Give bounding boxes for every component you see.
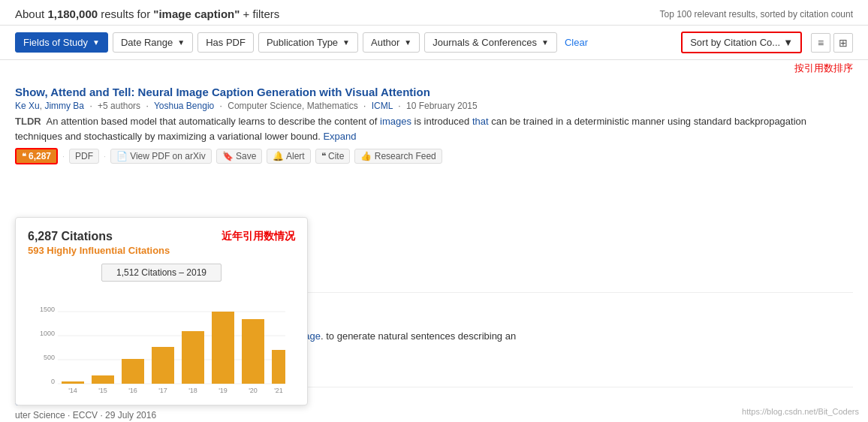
- svg-text:'18: '18: [188, 387, 197, 393]
- paper-3-meta: uter Science · ECCV · 29 July 2016: [15, 410, 853, 420]
- annotation-bar: 按引用数排序: [0, 60, 868, 78]
- paper-1-title-link[interactable]: Show, Attend and Tell: Neural Image Capt…: [15, 86, 430, 98]
- watermark: https://blog.csdn.net/Bit_Coders: [742, 407, 859, 416]
- publication-type-button[interactable]: Publication Type ▼: [258, 32, 358, 53]
- top-right-note: Top 100 relevant results, sorted by cita…: [660, 9, 853, 20]
- sort-by-citation-button[interactable]: Sort by Citation Co... ▼: [681, 32, 802, 53]
- citation-popup: 6,287 Citations 593 Highly Influential C…: [15, 217, 308, 405]
- svg-text:'20: '20: [249, 387, 258, 393]
- paper-1-actions: ❝ 6,287 · PDF · 📄 View PDF on arXiv 🔖 Sa…: [15, 148, 853, 164]
- list-view-icon[interactable]: ≡: [811, 33, 830, 53]
- expand-link-1[interactable]: Expand: [323, 131, 356, 142]
- svg-text:1000: 1000: [40, 330, 55, 337]
- svg-text:'14: '14: [68, 387, 77, 393]
- doc-icon: 📄: [116, 151, 128, 161]
- author-ke-xu[interactable]: Ke Xu: [15, 101, 40, 111]
- main-content: Show, Attend and Tell: Neural Image Capt…: [0, 78, 868, 422]
- svg-text:1500: 1500: [40, 306, 55, 313]
- fields-of-study-button[interactable]: Fields of Study ▼: [15, 32, 108, 53]
- paper-1-tldr: TLDR An attention based model that autom…: [15, 114, 853, 143]
- tldr-label: TLDR: [15, 116, 41, 127]
- grid-view-icon[interactable]: ⊞: [833, 33, 853, 53]
- paper-1: Show, Attend and Tell: Neural Image Capt…: [15, 86, 853, 164]
- svg-rect-8: [62, 381, 84, 384]
- research-feed-button-1[interactable]: 👍 Research Feed: [354, 149, 442, 164]
- cite-button-1[interactable]: ❝ Cite: [315, 149, 351, 164]
- svg-rect-12: [122, 359, 144, 384]
- svg-rect-10: [92, 375, 114, 384]
- chevron-down-icon: ▼: [92, 38, 100, 47]
- citation-badge-1[interactable]: ❝ 6,287: [15, 148, 58, 164]
- svg-text:'17: '17: [158, 387, 167, 393]
- paper-1-venue[interactable]: ICML: [372, 101, 393, 111]
- svg-rect-18: [212, 312, 234, 384]
- authors-more: +5 authors: [98, 101, 140, 111]
- popup-annotation: 近年引用数情况: [222, 230, 295, 243]
- paper-3-fields: uter Science · ECCV · 29 July 2016: [15, 410, 156, 420]
- citation-count-1: 6,287: [29, 151, 51, 161]
- save-button-1[interactable]: 🔖 Save: [216, 149, 263, 164]
- bar-chart-svg: 0 500 1000 1500 '14 '15: [28, 288, 295, 393]
- svg-text:0: 0: [51, 378, 55, 385]
- svg-rect-14: [152, 347, 174, 384]
- chevron-down-icon: ▼: [342, 38, 350, 47]
- that-link[interactable]: that: [472, 116, 489, 127]
- clear-button[interactable]: Clear: [562, 33, 591, 52]
- images-link[interactable]: images: [380, 116, 411, 127]
- svg-text:'21: '21: [274, 387, 283, 393]
- view-toggle: ≡ ⊞: [811, 33, 853, 53]
- paper-1-title: Show, Attend and Tell: Neural Image Capt…: [15, 86, 853, 98]
- svg-text:'15: '15: [98, 387, 107, 393]
- author-button[interactable]: Author ▼: [363, 32, 420, 53]
- svg-rect-20: [242, 319, 264, 384]
- sep-1: ·: [62, 152, 65, 161]
- author-yoshua[interactable]: Yoshua Bengio: [154, 101, 214, 111]
- chevron-down-icon: ▼: [541, 38, 549, 47]
- paper-1-meta: Ke Xu, Jimmy Ba · +5 authors · Yoshua Be…: [15, 101, 853, 111]
- paper-1-date: 10 February 2015: [406, 101, 478, 111]
- has-pdf-button[interactable]: Has PDF: [197, 32, 254, 53]
- filter-bar: Fields of Study ▼ Date Range ▼ Has PDF P…: [0, 26, 868, 60]
- svg-rect-16: [182, 331, 204, 384]
- chevron-down-icon: ▼: [404, 38, 411, 47]
- quote-icon: ❝: [22, 152, 26, 161]
- top-bar: About 1,180,000 results for "image capti…: [0, 0, 868, 26]
- popup-citation-count: 6,287 Citations: [28, 230, 170, 243]
- alert-button-1[interactable]: 🔔 Alert: [267, 149, 310, 164]
- chevron-down-icon: ▼: [783, 37, 793, 48]
- svg-text:500: 500: [44, 354, 55, 361]
- svg-text:'16: '16: [128, 387, 137, 393]
- popup-influential: 593 Highly Influential Citations: [28, 245, 170, 256]
- bar-chart: 0 500 1000 1500 '14 '15: [28, 288, 295, 393]
- view-pdf-arxiv-1[interactable]: 📄 View PDF on arXiv: [110, 149, 211, 164]
- results-title: About 1,180,000 results for "image capti…: [15, 8, 279, 20]
- svg-rect-22: [272, 350, 285, 384]
- svg-text:'19: '19: [219, 387, 228, 393]
- author-jimmy-ba[interactable]: Jimmy Ba: [44, 101, 84, 111]
- pdf-button-1[interactable]: PDF: [69, 149, 99, 164]
- chart-tooltip: 1,512 Citations – 2019: [101, 264, 222, 282]
- paper-1-fields: Computer Science, Mathematics: [228, 101, 357, 111]
- sep-2: ·: [104, 152, 106, 161]
- sort-annotation: 按引用数排序: [794, 62, 853, 74]
- chevron-down-icon: ▼: [177, 38, 185, 47]
- date-range-button[interactable]: Date Range ▼: [113, 32, 193, 53]
- journals-conferences-button[interactable]: Journals & Conferences ▼: [424, 32, 557, 53]
